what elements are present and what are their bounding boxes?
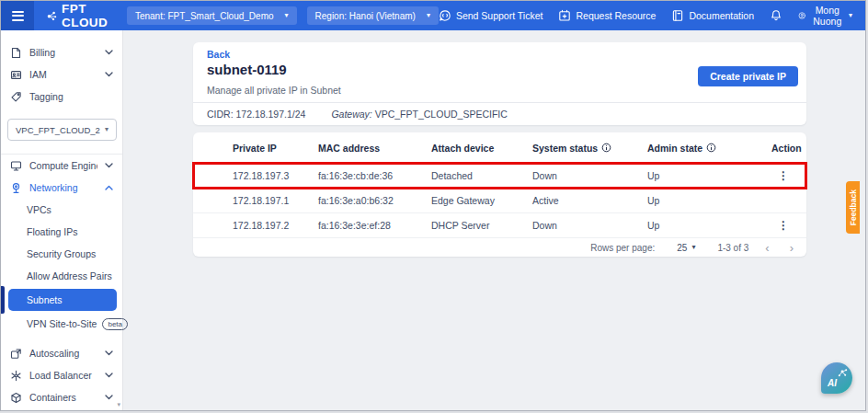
request-resource-label: Request Resource: [576, 10, 656, 21]
tenant-selector[interactable]: Tenant: FPT_Smart_Cloud_Demo ▾: [127, 6, 297, 25]
cell-system-status: Down: [532, 220, 647, 231]
sidebar-item-billing[interactable]: Billing: [1, 41, 122, 63]
column-header-attach-device: Attach device: [431, 143, 532, 154]
subnet-meta: CIDR: 172.18.197.1/24 Gateway: VPC_FPT_C…: [207, 109, 508, 120]
ai-label: AI: [828, 378, 837, 388]
sidebar-item-networking[interactable]: Networking: [1, 177, 122, 199]
create-private-ip-button[interactable]: Create private IP: [698, 66, 798, 86]
cidr-value: CIDR: 172.18.197.1/24: [207, 109, 305, 120]
region-selector[interactable]: Region: Hanoi (Vietnam) ▾: [307, 6, 439, 25]
rows-per-page-label: Rows per page:: [590, 243, 655, 253]
vpc-selector-value: VPC_FPT_CLOUD_2: [16, 125, 100, 135]
cell-admin-state: Up: [647, 195, 771, 206]
cell-private-ip: 172.18.197.2: [233, 220, 318, 231]
caret-down-icon: ▾: [285, 12, 289, 19]
column-header-admin-state: Admin state: [647, 143, 771, 154]
sidebar-item-iam[interactable]: IAM: [1, 63, 122, 86]
menu-toggle-button[interactable]: [1, 1, 34, 30]
networking-icon: [10, 182, 22, 194]
sidebar-item-allow-address-pairs[interactable]: Allow Address Pairs: [1, 265, 122, 287]
rows-per-page-select[interactable]: 25 ▾: [671, 242, 701, 254]
documentation-link[interactable]: Documentation: [671, 9, 754, 22]
cell-mac-address: fa:16:3e:cb:de:36: [318, 170, 431, 181]
sidebar-item-vpcs[interactable]: VPCs: [1, 199, 122, 221]
chevron-down-icon: [105, 350, 113, 356]
sidebar-scrollbar-arrow[interactable]: ▾: [117, 401, 120, 408]
sidebar-item-containers[interactable]: Containers: [1, 386, 122, 408]
sidebar-item-autoscaling[interactable]: Autoscaling: [1, 342, 122, 364]
sidebar-item-load-balancer[interactable]: Load Balancer: [1, 364, 122, 386]
pagination-next-button[interactable]: ›: [790, 242, 794, 254]
vpc-selector[interactable]: VPC_FPT_CLOUD_2 ▾: [7, 119, 117, 141]
request-resource-icon: [558, 9, 571, 22]
caret-down-icon: ▾: [427, 12, 430, 19]
region-label: Region: Hanoi (Vietnam): [315, 11, 416, 21]
table-header-row: Private IP MAC address Attach device Sys…: [193, 132, 806, 164]
logo-text: FPT CLOUD: [62, 2, 117, 29]
top-navbar: FPT CLOUD Tenant: FPT_Smart_Cloud_Demo ▾…: [1, 1, 865, 30]
sidebar-item-compute-engine[interactable]: Compute Engine: [1, 155, 122, 177]
chevron-up-icon: [105, 185, 113, 190]
column-header-action: Action: [771, 143, 802, 154]
request-resource-link[interactable]: Request Resource: [558, 9, 656, 22]
fpt-molecule-icon: [47, 9, 57, 23]
sidebar-item-subnets[interactable]: Subnets: [8, 289, 117, 311]
pagination-range: 1-3 of 3: [717, 243, 748, 253]
chevron-down-icon: [105, 395, 113, 400]
fpt-cloud-logo: FPT CLOUD: [47, 2, 117, 29]
app-window: FPT CLOUD Tenant: FPT_Smart_Cloud_Demo ▾…: [0, 0, 866, 411]
subnet-header-card: Back subnet-0119 Manage all private IP i…: [193, 42, 806, 125]
sidebar-item-security-groups[interactable]: Security Groups: [1, 243, 122, 265]
compute-engine-icon: [10, 160, 22, 172]
row-actions-button[interactable]: ⋮: [772, 168, 794, 183]
user-menu[interactable]: Mong Nuong ▾: [798, 5, 852, 27]
table-row: 172.18.197.3 fa:16:3e:cb:de:36 Detached …: [193, 164, 806, 189]
chevron-down-icon: [105, 72, 113, 77]
notifications-button[interactable]: [770, 9, 782, 22]
cell-private-ip: 172.18.197.3: [233, 170, 318, 181]
cell-system-status: Active: [532, 195, 647, 206]
autoscaling-icon: [10, 348, 22, 360]
billing-icon: [10, 47, 22, 59]
cell-mac-address: fa:16:3e:3e:ef:28: [318, 220, 431, 231]
send-support-ticket-label: Send Support Ticket: [456, 10, 543, 21]
sidebar-item-vpn-site-to-site[interactable]: VPN Site-to-Site beta: [1, 313, 122, 335]
documentation-icon: [671, 9, 684, 22]
containers-icon: [10, 392, 22, 404]
caret-down-icon: ▾: [849, 12, 852, 19]
column-header-system-status: System status: [532, 143, 647, 154]
feedback-label: Feedback: [849, 189, 858, 225]
private-ip-table-card: Private IP MAC address Attach device Sys…: [193, 132, 806, 257]
caret-down-icon: ▾: [105, 126, 108, 133]
row-actions-button[interactable]: ⋮: [772, 218, 794, 233]
main-content: Back subnet-0119 Manage all private IP i…: [124, 30, 865, 410]
iam-icon: [10, 69, 22, 81]
cell-system-status: Down: [532, 170, 647, 181]
sidebar: Billing IAM Tagging VPC_FPT_CLOUD_2 ▾: [1, 30, 123, 410]
pagination-prev-button[interactable]: ‹: [765, 242, 769, 254]
cell-private-ip: 172.18.197.1: [233, 195, 318, 206]
table-row: 172.18.197.1 fa:16:3e:a0:b6:32 Edge Gate…: [193, 189, 806, 213]
sidebar-item-tagging[interactable]: Tagging: [1, 86, 122, 108]
user-avatar-icon: [798, 9, 805, 22]
system-status-info-icon[interactable]: [601, 143, 611, 153]
header-divider: [193, 102, 806, 103]
feedback-tab[interactable]: Feedback: [846, 181, 860, 234]
ai-chatbot-button[interactable]: AI: [821, 362, 852, 394]
load-balancer-icon: [10, 370, 22, 382]
back-link[interactable]: Back: [207, 49, 230, 60]
chevron-down-icon: [105, 163, 113, 168]
navbar-actions: Send Support Ticket Request Resource Doc…: [439, 5, 852, 27]
cell-admin-state: Up: [647, 170, 771, 181]
tenant-label: Tenant: FPT_Smart_Cloud_Demo: [135, 11, 274, 21]
documentation-label: Documentation: [689, 10, 754, 21]
column-header-private-ip: Private IP: [233, 143, 318, 154]
send-support-ticket-link[interactable]: Send Support Ticket: [439, 9, 543, 22]
tagging-icon: [10, 91, 22, 103]
sidebar-item-floating-ips[interactable]: Floating IPs: [1, 221, 122, 243]
chevron-down-icon: [105, 50, 113, 55]
support-ticket-icon: [439, 9, 451, 22]
cell-mac-address: fa:16:3e:a0:b6:32: [318, 195, 431, 206]
gateway-label: Gateway:: [331, 109, 371, 120]
admin-state-info-icon[interactable]: [706, 143, 716, 153]
